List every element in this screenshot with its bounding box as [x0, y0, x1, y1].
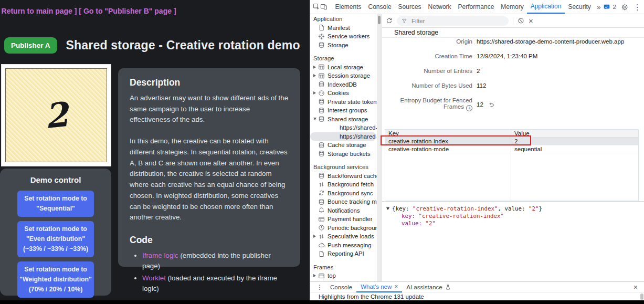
sidebar-item-payment-handler[interactable]: Payment handler — [310, 215, 377, 224]
drawer-menu-icon[interactable]: ⋮ — [313, 282, 326, 292]
sidebar-item-local-storage[interactable]: Local storage — [310, 63, 377, 72]
sidebar-item-periodic-background-sync[interactable]: Periodic backgroun… — [310, 224, 377, 233]
file-icon — [318, 24, 325, 32]
tab-console[interactable]: Console — [365, 0, 395, 14]
set-even-distribution-mode-button[interactable]: Set rotation mode to "Even distribution"… — [17, 221, 94, 257]
sidebar-item-notifications[interactable]: Notifications — [310, 206, 377, 215]
sidebar-item-session-storage[interactable]: Session storage — [310, 71, 377, 80]
clear-all-icon[interactable] — [518, 17, 524, 24]
table-row-creative-rotation-index[interactable]: creative-rotation-index 2 — [385, 138, 638, 145]
drawer-scrollbar-thumb[interactable] — [640, 293, 643, 300]
sidebar-item-shared-storage-origin-1[interactable]: https://shared-storage… — [310, 123, 377, 132]
inspect-element-icon[interactable] — [313, 0, 320, 14]
table-row-creative-rotation-mode[interactable]: creative-rotation-mode sequential — [385, 145, 638, 153]
refresh-icon[interactable] — [386, 17, 393, 24]
devtools-right-icons: 2 ⋮ × — [603, 0, 644, 14]
description-paragraph-2: In this demo, the creative can be rotate… — [130, 136, 289, 223]
chevron-down-icon[interactable] — [313, 118, 316, 120]
column-header-key[interactable]: Key — [385, 130, 511, 137]
database-icon — [318, 150, 325, 158]
info-icon[interactable]: i — [466, 105, 472, 111]
sidebar-item-speculative-loads[interactable]: Speculative loads — [310, 232, 377, 241]
filter-input[interactable] — [410, 17, 504, 25]
expander-triangle-icon[interactable] — [386, 207, 389, 210]
creative-number: 2 — [43, 97, 70, 133]
publisher-badge: Publisher A — [4, 37, 57, 54]
tab-sources[interactable]: Sources — [395, 0, 425, 14]
application-sidebar: Application Manifest Service workers Sto… — [310, 14, 382, 281]
drawer-tab-whats-new[interactable]: What's new× — [356, 282, 402, 292]
ad-creative-hatched-background: 2 — [5, 68, 107, 162]
database-icon — [318, 41, 325, 49]
tab-elements[interactable]: Elements — [332, 0, 365, 14]
go-to-publisher-b-link[interactable]: Go to "Publisher B" page — [83, 7, 172, 15]
issues-button[interactable]: 2 — [603, 4, 616, 11]
sidebar-item-indexeddb[interactable]: IndexedDB — [310, 80, 377, 89]
devtools-tabbar: Elements Console Sources Network Perform… — [310, 0, 644, 14]
devtools-window: Elements Console Sources Network Perform… — [310, 0, 644, 300]
tab-network[interactable]: Network — [425, 0, 455, 14]
drawer-tab-console[interactable]: Console — [326, 282, 356, 292]
tab-security[interactable]: Security — [565, 0, 594, 14]
sidebar-item-bounce-tracking[interactable]: Bounce tracking miti… — [310, 197, 377, 206]
close-filter-icon[interactable]: × — [529, 17, 533, 25]
chevron-right-icon[interactable] — [313, 91, 316, 95]
preview-key-property: key: "creative-rotation-index" — [386, 213, 644, 220]
bracket: ] — [172, 7, 176, 15]
close-tab-icon[interactable]: × — [394, 283, 398, 290]
database-icon — [318, 172, 325, 180]
sidebar-item-private-state-tokens[interactable]: Private state tokens — [310, 98, 377, 107]
sidebar-item-shared-storage-origin-2[interactable]: https://shared-storage… — [310, 132, 376, 141]
sidebar-item-top-frame[interactable]: top — [310, 271, 377, 280]
drawer-tabbar: ⋮ Console What's new× AI assistance × — [310, 282, 644, 293]
sidebar-item-storage-buckets[interactable]: Storage buckets — [310, 150, 377, 159]
tab-memory[interactable]: Memory — [498, 0, 527, 14]
chevron-right-icon[interactable] — [313, 66, 316, 69]
description-panel: Description An advertiser may want to sh… — [118, 68, 300, 267]
devtools-menu-icon[interactable]: ⋮ — [634, 3, 641, 11]
sidebar-item-cache-storage[interactable]: Cache storage — [310, 141, 377, 150]
title-row: Publisher A Shared storage - Creative ro… — [4, 37, 300, 54]
sidebar-section-storage: Storage — [310, 54, 377, 63]
sidebar-item-shared-storage[interactable]: Shared storage — [310, 115, 377, 124]
sidebar-item-back-forward-cache[interactable]: Back/forward cache — [310, 172, 377, 181]
iframe-logic-link[interactable]: Iframe logic — [142, 251, 178, 259]
tab-performance[interactable]: Performance — [455, 0, 498, 14]
sidebar-item-push-messaging[interactable]: Push messaging — [310, 241, 377, 250]
chevron-right-icon[interactable] — [313, 274, 316, 277]
whats-new-headline[interactable]: Highlights from the Chrome 131 update — [319, 293, 424, 300]
card-icon — [318, 215, 325, 223]
divider — [513, 17, 513, 25]
sidebar-item-background-sync[interactable]: Background sync — [310, 189, 377, 198]
set-weighted-distribution-mode-button[interactable]: Set rotation mode to "Weighted distribut… — [17, 261, 94, 298]
sidebar-item-interest-groups[interactable]: Interest groups — [310, 106, 377, 115]
reset-budget-icon[interactable] — [488, 101, 494, 108]
gear-icon — [318, 33, 325, 40]
demo-buttons: Set rotation mode to "Sequential" Set ro… — [17, 191, 94, 298]
sidebar-scrollbar-thumb[interactable] — [378, 16, 381, 24]
chevron-right-icon[interactable] — [313, 235, 316, 238]
drawer-tab-ai-assistance[interactable]: AI assistance — [402, 282, 455, 292]
sidebar-item-reporting-api[interactable]: Reporting API — [310, 249, 377, 258]
set-sequential-mode-button[interactable]: Set rotation mode to "Sequential" — [17, 191, 94, 217]
sidebar-item-background-fetch[interactable]: Background fetch — [310, 180, 377, 189]
database-icon — [318, 141, 325, 149]
sidebar-item-service-workers[interactable]: Service workers — [310, 32, 377, 41]
worklet-link[interactable]: Worklet — [142, 274, 166, 282]
tab-application[interactable]: Application — [527, 0, 565, 14]
preview-value-property: value: "2" — [386, 220, 644, 227]
return-to-main-page-link[interactable]: Return to main page — [2, 7, 72, 15]
drawer-close-icon[interactable]: × — [634, 282, 641, 292]
device-toolbar-icon[interactable] — [320, 0, 328, 14]
column-header-value[interactable]: Value — [511, 130, 638, 137]
clock-icon — [318, 224, 325, 232]
up-down-arrows-icon — [318, 233, 325, 240]
ad-creative-frame[interactable]: 2 — [1, 64, 111, 166]
sidebar-item-manifest[interactable]: Manifest — [310, 24, 377, 33]
chevron-right-icon[interactable] — [313, 74, 316, 77]
sidebar-item-storage[interactable]: Storage — [310, 41, 377, 50]
filter-box[interactable] — [397, 16, 509, 26]
more-tabs-button[interactable]: » — [594, 0, 603, 14]
settings-gear-icon[interactable] — [621, 3, 629, 11]
sidebar-item-cookies[interactable]: Cookies — [310, 89, 377, 98]
